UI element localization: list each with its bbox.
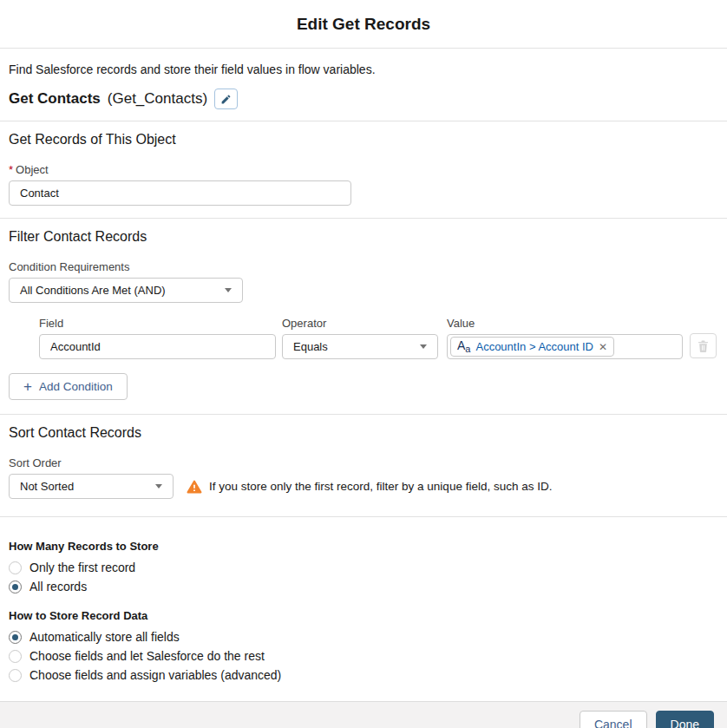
warning-text: If you store only the first record, filt… xyxy=(209,480,552,493)
how-store-data-label: How to Store Record Data xyxy=(9,609,718,622)
dialog-footer: Cancel Done xyxy=(0,701,727,728)
operator-select[interactable]: Equals xyxy=(282,334,438,359)
element-name-row: Get Contacts (Get_Contacts) xyxy=(9,89,718,109)
sort-section-heading: Sort Contact Records xyxy=(9,425,718,441)
add-condition-button[interactable]: + Add Condition xyxy=(9,373,128,400)
radio-icon[interactable] xyxy=(9,561,22,574)
radio-only-first-record[interactable]: Only the first record xyxy=(9,561,718,574)
resource-pill-link[interactable]: AccountIn > Account ID xyxy=(475,340,593,353)
condition-requirements-value: All Conditions Are Met (AND) xyxy=(20,284,166,297)
radio-all-records[interactable]: All records xyxy=(9,580,718,594)
field-label: Field xyxy=(39,317,276,330)
radio-icon[interactable] xyxy=(9,650,22,663)
dialog-title: Edit Get Records xyxy=(297,15,430,34)
chevron-down-icon xyxy=(420,344,427,349)
storage-section: How Many Records to Store Only the first… xyxy=(0,517,727,701)
sort-order-select[interactable]: Not Sorted xyxy=(9,474,174,499)
chevron-down-icon xyxy=(155,484,162,489)
object-input[interactable] xyxy=(9,180,351,206)
radio-label: All records xyxy=(29,580,87,594)
object-section-heading: Get Records of This Object xyxy=(9,132,718,148)
radio-store-all-fields[interactable]: Automatically store all fields xyxy=(9,630,718,644)
radio-choose-fields-advanced[interactable]: Choose fields and assign variables (adva… xyxy=(9,668,718,682)
chevron-down-icon xyxy=(225,288,232,292)
how-many-records-label: How Many Records to Store xyxy=(9,540,718,553)
element-name: Get Contacts xyxy=(9,90,101,108)
object-label: *Object xyxy=(9,163,718,176)
value-input[interactable]: Aa AccountIn > Account ID ✕ xyxy=(447,334,683,359)
value-label: Value xyxy=(447,317,683,330)
add-condition-label: Add Condition xyxy=(39,380,113,393)
dialog-header: Edit Get Records xyxy=(0,0,727,49)
edit-name-button[interactable] xyxy=(214,89,238,109)
done-button[interactable]: Done xyxy=(656,711,714,728)
delete-condition-button[interactable] xyxy=(690,333,717,358)
radio-icon[interactable] xyxy=(9,669,22,682)
radio-choose-fields-salesforce[interactable]: Choose fields and let Salesforce do the … xyxy=(9,649,718,663)
filter-section-heading: Filter Contact Records xyxy=(9,229,718,245)
condition-requirements-select[interactable]: All Conditions Are Met (AND) xyxy=(9,278,243,303)
field-input[interactable] xyxy=(39,334,276,359)
filter-section: Filter Contact Records Condition Require… xyxy=(0,219,727,415)
trash-icon xyxy=(698,340,709,352)
remove-pill-icon[interactable]: ✕ xyxy=(599,341,607,352)
radio-icon[interactable] xyxy=(9,631,22,644)
intro-section: Find Salesforce records and store their … xyxy=(0,49,727,121)
sort-order-label: Sort Order xyxy=(9,456,718,469)
operator-value: Equals xyxy=(293,340,328,353)
radio-label: Choose fields and let Salesforce do the … xyxy=(29,649,265,663)
object-section: Get Records of This Object *Object xyxy=(0,121,727,219)
operator-label: Operator xyxy=(282,317,438,330)
dialog-description: Find Salesforce records and store their … xyxy=(9,62,718,76)
edit-get-records-dialog: Edit Get Records Find Salesforce records… xyxy=(0,0,727,728)
sort-order-value: Not Sorted xyxy=(20,480,74,493)
radio-label: Choose fields and assign variables (adva… xyxy=(29,668,281,682)
element-api-name: (Get_Contacts) xyxy=(108,90,207,108)
warning-icon xyxy=(187,480,202,494)
required-asterisk: * xyxy=(9,163,13,176)
condition-requirements-label: Condition Requirements xyxy=(9,260,718,273)
plus-icon: + xyxy=(23,379,32,394)
radio-label: Only the first record xyxy=(29,561,135,574)
radio-label: Automatically store all fields xyxy=(29,630,180,644)
sort-section: Sort Contact Records Sort Order Not Sort… xyxy=(0,415,727,517)
radio-icon[interactable] xyxy=(9,580,22,594)
resource-pill: Aa AccountIn > Account ID ✕ xyxy=(450,337,614,357)
pencil-icon xyxy=(220,94,232,105)
sort-warning: If you store only the first record, filt… xyxy=(187,480,552,494)
text-type-icon: Aa xyxy=(457,339,470,354)
condition-row: Field Operator Equals Value Aa AccountIn… xyxy=(39,317,718,359)
cancel-button[interactable]: Cancel xyxy=(580,711,647,728)
